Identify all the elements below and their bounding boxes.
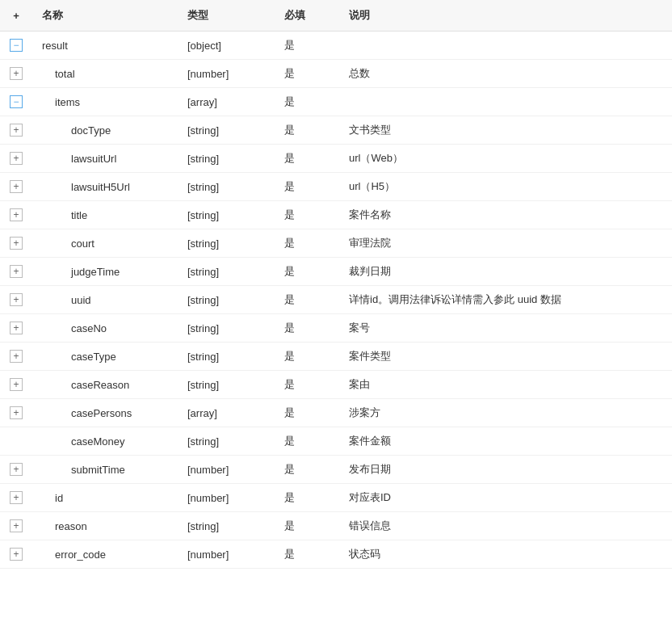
field-name: title [32, 201, 178, 229]
field-description: 涉案方 [339, 399, 672, 427]
field-type: [number] [178, 456, 275, 484]
field-description: 审理法院 [339, 229, 672, 258]
field-name: submitTime [32, 456, 178, 484]
expand-button[interactable]: + [10, 237, 23, 250]
header-required: 必填 [275, 0, 339, 32]
field-description: 案件名称 [339, 201, 672, 229]
header-toggle[interactable]: + [0, 0, 32, 32]
toggle-cell: + [0, 286, 32, 314]
field-name: total [32, 60, 178, 88]
table-row: +docType[string]是文书类型 [0, 116, 672, 145]
collapse-button[interactable]: − [10, 95, 23, 108]
field-required: 是 [275, 427, 339, 456]
field-required: 是 [275, 32, 339, 60]
field-required: 是 [275, 343, 339, 371]
field-name: caseReason [32, 371, 178, 399]
field-name: items [32, 88, 178, 116]
field-name: judgeTime [32, 258, 178, 286]
table-row: +caseReason[string]是案由 [0, 371, 672, 399]
table-row: +error_code[number]是状态码 [0, 540, 672, 569]
field-description: 案件金额 [339, 427, 672, 456]
field-required: 是 [275, 60, 339, 88]
field-description: 裁判日期 [339, 258, 672, 286]
field-required: 是 [275, 484, 339, 512]
field-description: url（Web） [339, 145, 672, 173]
field-description: 案由 [339, 371, 672, 399]
header-type: 类型 [178, 0, 275, 32]
field-type: [string] [178, 314, 275, 343]
expand-button[interactable]: + [10, 208, 23, 221]
table-row: +caseType[string]是案件类型 [0, 343, 672, 371]
toggle-cell: − [0, 88, 32, 116]
table-row: +total[number]是总数 [0, 60, 672, 88]
toggle-cell: + [0, 145, 32, 173]
field-name: caseNo [32, 314, 178, 343]
field-name: error_code [32, 540, 178, 569]
toggle-cell: + [0, 229, 32, 258]
toggle-cell: + [0, 484, 32, 512]
expand-button[interactable]: + [10, 124, 23, 137]
field-description [339, 32, 672, 60]
table-row: +court[string]是审理法院 [0, 229, 672, 258]
field-description: 文书类型 [339, 116, 672, 145]
toggle-cell: + [0, 512, 32, 540]
header-toggle-label: + [13, 10, 19, 22]
toggle-cell: + [0, 371, 32, 399]
toggle-cell: + [0, 116, 32, 145]
toggle-cell: + [0, 60, 32, 88]
field-required: 是 [275, 371, 339, 399]
field-required: 是 [275, 145, 339, 173]
field-required: 是 [275, 116, 339, 145]
field-type: [string] [178, 116, 275, 145]
field-required: 是 [275, 314, 339, 343]
field-type: [string] [178, 371, 275, 399]
table-row: −result[object]是 [0, 32, 672, 60]
field-required: 是 [275, 399, 339, 427]
expand-button[interactable]: + [10, 350, 23, 363]
expand-button[interactable]: + [10, 293, 23, 306]
table-row: +uuid[string]是详情id。调用法律诉讼详情需入参此 uuid 数据 [0, 286, 672, 314]
expand-button[interactable]: + [10, 322, 23, 334]
field-type: [string] [178, 229, 275, 258]
field-description: 总数 [339, 60, 672, 88]
toggle-cell: + [0, 201, 32, 229]
expand-button[interactable]: + [10, 378, 23, 391]
table-row: +lawsuitH5Url[string]是url（H5） [0, 173, 672, 201]
field-description: 案件类型 [339, 343, 672, 371]
table-row: caseMoney[string]是案件金额 [0, 427, 672, 456]
collapse-button[interactable]: − [10, 39, 23, 52]
expand-button[interactable]: + [10, 548, 23, 561]
toggle-cell: + [0, 314, 32, 343]
expand-button[interactable]: + [10, 152, 23, 165]
expand-button[interactable]: + [10, 406, 23, 419]
field-type: [string] [178, 145, 275, 173]
field-required: 是 [275, 512, 339, 540]
field-type: [number] [178, 540, 275, 569]
field-name: reason [32, 512, 178, 540]
field-name: docType [32, 116, 178, 145]
toggle-cell: + [0, 399, 32, 427]
expand-button[interactable]: + [10, 265, 23, 278]
expand-button[interactable]: + [10, 519, 23, 532]
field-required: 是 [275, 201, 339, 229]
api-response-table: + 名称 类型 必填 说明 −result[object]是+total[num… [0, 0, 672, 639]
toggle-cell: + [0, 258, 32, 286]
table-row: −items[array]是 [0, 88, 672, 116]
expand-button[interactable]: + [10, 463, 23, 476]
field-required: 是 [275, 229, 339, 258]
field-required: 是 [275, 540, 339, 569]
field-type: [string] [178, 427, 275, 456]
field-name: uuid [32, 286, 178, 314]
field-name: result [32, 32, 178, 60]
field-name: lawsuitUrl [32, 145, 178, 173]
field-type: [string] [178, 173, 275, 201]
table-row: +id[number]是对应表ID [0, 484, 672, 512]
header-desc: 说明 [339, 0, 672, 32]
field-name: id [32, 484, 178, 512]
field-required: 是 [275, 88, 339, 116]
expand-button[interactable]: + [10, 180, 23, 193]
expand-button[interactable]: + [10, 491, 23, 504]
table-row: +title[string]是案件名称 [0, 201, 672, 229]
field-required: 是 [275, 456, 339, 484]
expand-button[interactable]: + [10, 67, 23, 80]
